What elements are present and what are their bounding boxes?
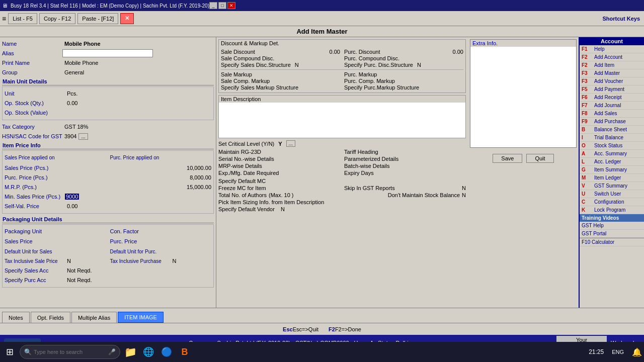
mrp-wise-row: MRP-wise Details — [218, 163, 340, 169]
extra-info-title: Extra Info. — [470, 40, 576, 47]
specify-sales-acc-row: Specify Sales Acc Not Reqd. — [5, 266, 211, 275]
shortcut-f10-calculator[interactable]: F10 Calculator — [580, 238, 644, 246]
search-bar-container[interactable]: 🔍 🎤 — [20, 345, 120, 359]
default-unit-purc-row: Default Unit for Purc. — [110, 247, 212, 256]
parameterized-row: Parameterized Details — [344, 156, 466, 162]
total-authors-row: Total No. of Authors (Max. 10 ) Don't Ma… — [218, 192, 466, 198]
app-icon: 🖥 — [2, 3, 8, 9]
esc-action: EscEsc=>Quit — [283, 326, 318, 332]
taskbar-right: 21:25 ENG 🔔 — [589, 347, 642, 357]
minimize-button[interactable]: _ — [209, 2, 217, 9]
toolbar-close-button[interactable]: ✕ — [120, 13, 134, 24]
search-input[interactable] — [34, 349, 106, 355]
purc-price-pkg-row: Purc. Price — [110, 237, 212, 246]
shortcut-balance-sheet[interactable]: B Balance Sheet — [580, 126, 644, 134]
shortcut-trial-balance[interactable]: I Trial Balance — [580, 134, 644, 142]
extra-info-content — [470, 47, 576, 147]
shortcut-stock-status[interactable]: O Stock Status — [580, 142, 644, 150]
specify-purc-disc-row: Specify Purc. Disc.Structure N — [344, 62, 463, 68]
sales-price-pcs-row: Sales Price (Pcs.) 10,000.00 — [5, 163, 211, 172]
critical-browse-button[interactable]: ... — [286, 140, 295, 147]
shortcut-add-payment[interactable]: F5 Add Payment — [580, 85, 644, 94]
copy-button[interactable]: Copy - F12 — [39, 13, 75, 24]
tariff-heading-row: Tariff Heading — [344, 149, 466, 155]
shortcut-add-journal[interactable]: F7 Add Journal — [580, 102, 644, 110]
maximize-button[interactable]: □ — [218, 2, 226, 9]
pick-item-sizing-row: Pick Item Sizing Info. from Item Descrip… — [218, 199, 466, 205]
item-image-tab[interactable]: ITEM IMAGE — [118, 312, 164, 323]
right-main: Discount & Markup Det. Sale Discount 0.0… — [216, 37, 579, 308]
taskbar-edge[interactable]: 🌐 — [140, 344, 156, 360]
menu-icon: ≡ — [2, 15, 6, 23]
notes-tab[interactable]: Notes — [2, 312, 30, 323]
alias-row: Alias — [2, 49, 214, 58]
paste-button[interactable]: Paste - [F12] — [77, 13, 118, 24]
min-sales-price-row: Min. Sales Price (Pcs.) 9000 — [5, 192, 211, 201]
shortcut-title: Account — [580, 37, 644, 45]
shortcut-add-voucher[interactable]: F3 Add Voucher — [580, 77, 644, 85]
specify-sales-markup-row: Specify Sales Markup Structure — [221, 84, 340, 90]
shortcut-acc-ledger[interactable]: L Acc. Ledger — [580, 158, 644, 166]
save-button[interactable]: Save — [493, 154, 522, 163]
shortcut-gst-help[interactable]: GST Help — [580, 222, 644, 230]
shortcut-add-receipt[interactable]: F6 Add Receipt — [580, 94, 644, 102]
purc-price-applied-row: Purc. Price applied on — [110, 153, 212, 162]
specify-purc-acc-row: Specify Purc Acc Not Reqd. — [5, 276, 211, 285]
taskbar-chrome[interactable]: 🔵 — [158, 344, 175, 360]
shortcut-add-item[interactable]: F2 Add Item — [580, 61, 644, 69]
specify-default-mc-row: Specify Default MC — [218, 178, 466, 184]
sale-markup-row: Sale Markup — [221, 71, 340, 77]
shortcut-lock-program[interactable]: K Lock Program — [580, 206, 644, 214]
action-bar: EscEsc=>Quit F2F2=>Done — [0, 323, 644, 335]
right-content: Discount & Markup Det. Sale Discount 0.0… — [216, 37, 468, 308]
tax-incl-purc-row: Tax Inclusive Purchase N — [110, 256, 212, 265]
start-button[interactable]: ⊞ — [2, 344, 18, 359]
packaging-header: Packaging Unit Details — [2, 216, 214, 223]
main-unit-header: Main Unit Details — [2, 78, 214, 85]
hsn-row: HSN/SAC Code for GST 3904 ... — [2, 132, 214, 141]
shortcut-add-master[interactable]: F3 Add Master — [580, 69, 644, 77]
taskbar-notifications-icon[interactable]: 🔔 — [632, 347, 642, 357]
save-quit-area: Save Quit — [470, 150, 577, 163]
shortcut-configuration[interactable]: C Configuration — [580, 198, 644, 206]
exp-mfg-row: Exp./Mfg. Date Required — [218, 170, 340, 176]
dont-maintain-stock-label: Don't Maintain Stock Balance — [388, 192, 460, 198]
shortcut-acc-summary[interactable]: A Acc. Summary — [580, 150, 644, 158]
shortcut-add-sales[interactable]: F8 Add Sales — [580, 110, 644, 118]
con-factor-row: Con. Factor — [110, 227, 212, 236]
f2-action: F2F2=>Done — [329, 326, 361, 332]
hsn-browse-button[interactable]: ... — [78, 133, 88, 140]
shortcut-add-purchase[interactable]: F9 Add Purchase — [580, 118, 644, 126]
shortcut-switch-user[interactable]: U Switch User — [580, 190, 644, 198]
toolbar: ≡ List - F5 Copy - F12 Paste - [F12] ✕ S… — [0, 11, 644, 26]
multiple-alias-tab[interactable]: Multiple Alias — [71, 312, 117, 323]
print-name-row: Print Name Mobile Phone — [2, 58, 214, 67]
shortcut-item-summary[interactable]: G Item Summary — [580, 166, 644, 174]
alias-input[interactable] — [62, 49, 153, 57]
batch-wise-row: Batch-wise Details — [344, 163, 466, 169]
title-text: Busy 18 Rel 3.4 | Stat Rel 116 | Model :… — [11, 3, 209, 9]
taskbar-file-explorer[interactable]: 📁 — [122, 344, 138, 360]
shortcut-help[interactable]: F1 Help — [580, 45, 644, 53]
close-button[interactable]: ✕ — [227, 2, 235, 9]
extra-info-col: Extra Info. Save Quit — [468, 37, 579, 308]
opt-fields-tab[interactable]: Opt. Fields — [31, 312, 70, 323]
quit-button[interactable]: Quit — [526, 154, 553, 163]
sale-compound-disc-row: Sale Compound Disc. — [221, 55, 340, 61]
serial-no-row: Serial No.-wise Details — [218, 156, 340, 162]
taskbar-busy-app[interactable]: B — [177, 344, 193, 360]
training-videos-section[interactable]: Training Videos — [580, 214, 644, 222]
specify-purc-markup-row: Specify Purc.Markup Structure — [344, 84, 463, 90]
shortcut-item-ledger[interactable]: M Item Ledger — [580, 174, 644, 182]
op-stock-qty-row: Op. Stock (Qty.) 0.00 — [5, 99, 211, 108]
discount-title: Discount & Markup Det. — [219, 40, 465, 47]
shortcut-add-account[interactable]: F2 Add Account — [580, 53, 644, 61]
shortcut-gst-summary[interactable]: V GST Summary — [580, 182, 644, 190]
left-panel: Name Mobile Phone Alias Print Name Mobil… — [0, 37, 216, 308]
self-val-row: Self-Val. Price 0.00 — [5, 202, 211, 211]
purc-compound-disc-row: Purc. Compound Disc. — [344, 55, 463, 61]
op-stock-val-row: Op. Stock (Value) — [5, 108, 211, 117]
shortcut-gst-portal[interactable]: GST Portal — [580, 230, 644, 238]
list-button[interactable]: List - F5 — [8, 13, 37, 24]
mrp-pcs-row: M.R.P. (Pcs.) 15,000.00 — [5, 183, 211, 192]
